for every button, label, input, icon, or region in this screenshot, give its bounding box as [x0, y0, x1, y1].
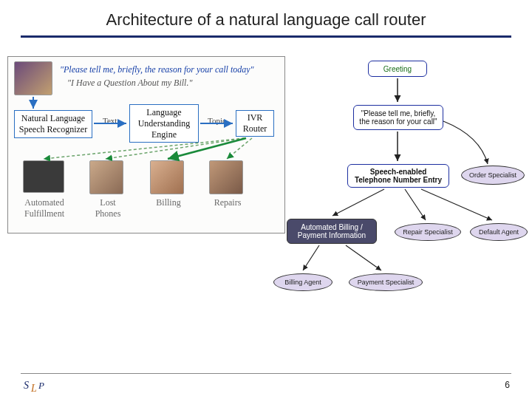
svg-line-12 — [303, 245, 319, 270]
slp-logo: S L P — [22, 378, 49, 395]
svg-line-11 — [421, 189, 492, 220]
cap-lost: Lost Phones — [82, 197, 134, 219]
photo-repairs — [209, 160, 243, 194]
flow-default-agent: Default Agent — [470, 223, 528, 241]
box-nlsr: Natural Language Speech Recognizer — [14, 110, 92, 138]
cap-billing: Billing — [143, 197, 194, 208]
svg-line-10 — [405, 189, 426, 220]
label-text: Text — [103, 116, 117, 125]
cap-repairs: Repairs — [202, 197, 253, 208]
svg-line-13 — [346, 245, 381, 270]
flow-prompt: "Please tell me, briefly, the reason for… — [353, 105, 443, 130]
caller-reply-text: "I Have a Question About my Bill." — [67, 78, 193, 89]
flow-billing-agent: Billing Agent — [273, 273, 332, 291]
flow-sne: Speech-enabled Telephone Number Entry — [347, 164, 449, 188]
label-topic: Topic — [208, 116, 226, 125]
photo-lost — [89, 160, 123, 194]
flow-automated-billing: Automated Billing / Payment Information — [287, 219, 377, 244]
svg-text:L: L — [30, 383, 37, 394]
flow-order-specialist: Order Specialist — [461, 166, 525, 185]
photo-billing — [150, 160, 184, 194]
caller-photo — [14, 61, 52, 95]
svg-text:S: S — [24, 380, 29, 391]
slide-title: Architecture of a natural language call … — [0, 0, 532, 35]
title-divider — [21, 35, 511, 38]
footer-divider — [21, 373, 511, 374]
system-prompt-text: "Please tell me, briefly, the reason for… — [60, 64, 254, 75]
flow-greeting: Greeting — [368, 61, 427, 77]
box-ivr: IVR Router — [236, 110, 274, 137]
cap-automated: Automated Fulfillment — [18, 197, 70, 219]
photo-automated — [23, 160, 64, 193]
diagram-stage: "Please tell me, briefly, the reason for… — [0, 47, 532, 365]
svg-text:P: P — [38, 380, 44, 391]
left-panel: "Please tell me, briefly, the reason for… — [7, 56, 285, 233]
page-number: 6 — [505, 380, 510, 390]
box-lue: Language Understanding Engine — [129, 104, 199, 143]
svg-line-6 — [227, 138, 252, 159]
svg-line-9 — [332, 189, 384, 216]
flow-payment-specialist: Payment Specialist — [349, 273, 423, 291]
flow-repair-specialist: Repair Specialist — [395, 223, 461, 241]
